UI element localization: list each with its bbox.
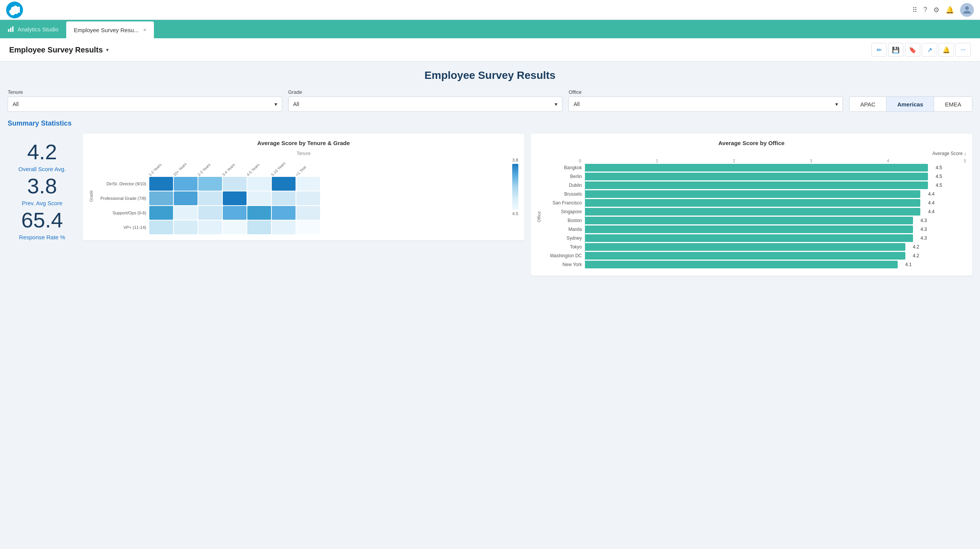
color-scale-bar xyxy=(512,164,518,210)
overall-score-label: Overall Score Avg. xyxy=(18,166,66,172)
bar-track-sf: 4.4 xyxy=(585,199,966,207)
grade-filter: Grade All ▾ xyxy=(288,89,563,112)
bar-value-manila: 4.3 xyxy=(920,227,927,232)
bar-value-singapore: 4.4 xyxy=(928,209,934,214)
cell-1-3 xyxy=(223,191,247,205)
cell-2-6 xyxy=(296,206,320,220)
cell-2-0 xyxy=(149,206,173,220)
row-label-1: Professional Grade (7/8) xyxy=(95,196,149,201)
bar-fill-brussels xyxy=(585,190,920,198)
bar-chart-title: Average Score by Office xyxy=(537,140,966,146)
share-button[interactable]: ↗ xyxy=(922,43,937,57)
bar-value-berlin: 4.5 xyxy=(936,174,942,179)
bar-track-boston: 4.3 xyxy=(585,217,966,224)
dashboard-header: Employee Survey Results ▾ ✏ 💾 🔖 ↗ 🔔 ··· xyxy=(0,38,980,62)
edit-button[interactable]: ✏ xyxy=(871,43,887,57)
bar-fill-manila xyxy=(585,225,913,233)
bell-icon[interactable]: 🔔 xyxy=(946,6,954,14)
tenure-select[interactable]: All ▾ xyxy=(8,96,282,112)
cell-3-4 xyxy=(247,221,271,234)
cell-2-4 xyxy=(247,206,271,220)
salesforce-logo[interactable] xyxy=(6,2,23,18)
nav-right: ⠿ ? ⚙ 🔔 xyxy=(912,3,974,17)
bar-axis-title-row: Average Score ↓ xyxy=(537,151,966,156)
title-group: Employee Survey Results ▾ xyxy=(9,46,109,54)
office-select[interactable]: All ▾ xyxy=(568,96,843,112)
bar-row-washington-dc: Washington DC 4.2 xyxy=(543,252,966,260)
response-rate-label: Response Rate % xyxy=(19,234,65,240)
response-rate-value: 65.4 xyxy=(21,209,63,231)
cell-0-6 xyxy=(296,177,320,191)
cell-0-0 xyxy=(149,177,173,191)
bar-row-bangkok: Bangkok 4.5 xyxy=(543,164,966,172)
bar-row-san-francisco: San Francisco 4.4 xyxy=(543,199,966,207)
tab-bar: Analytics Studio Employee Survey Resu...… xyxy=(0,20,980,38)
tab-analytics-studio[interactable]: Analytics Studio xyxy=(0,20,66,38)
bar-row-tokyo: Tokyo 4.2 xyxy=(543,243,966,251)
bar-label-boston: Boston xyxy=(543,218,585,223)
more-button[interactable]: ··· xyxy=(956,43,971,57)
bar-value-sydney: 4.3 xyxy=(920,235,927,241)
bar-track-singapore: 4.4 xyxy=(585,208,966,216)
bookmark-button[interactable]: 🔖 xyxy=(905,43,920,57)
bar-value-dublin: 4.5 xyxy=(936,183,942,188)
heatmap-row-2: Support/Ops (0-6) xyxy=(95,206,509,220)
grade-select[interactable]: All ▾ xyxy=(288,96,563,112)
cell-0-5 xyxy=(272,177,296,191)
prev-score-value: 3.8 xyxy=(27,175,57,197)
apac-button[interactable]: APAC xyxy=(849,97,887,111)
cell-3-3 xyxy=(223,221,247,234)
stat-column: 4.2 Overall Score Avg. 3.8 Prev. Avg Sco… xyxy=(8,134,77,248)
title-dropdown-arrow[interactable]: ▾ xyxy=(106,47,109,53)
bar-track-dublin: 4.5 xyxy=(585,181,966,189)
bar-label-singapore: Singapore xyxy=(543,209,585,214)
bar-track-manila: 4.3 xyxy=(585,225,966,233)
office-filter: Office All ▾ xyxy=(568,89,843,112)
bar-row-berlin: Berlin 4.5 xyxy=(543,173,966,180)
tab-close-btn[interactable]: × xyxy=(143,27,146,33)
bar-row-new-york: New York 4.1 xyxy=(543,261,966,268)
heatmap-title: Average Score by Tenure & Grade xyxy=(89,140,518,146)
tab-employee-survey[interactable]: Employee Survey Resu... × xyxy=(66,21,154,38)
save-button[interactable]: 💾 xyxy=(888,43,903,57)
tenure-label: Tenure xyxy=(8,89,282,95)
bar-fill-sydney xyxy=(585,234,913,242)
summary-title: Summary Statistics xyxy=(8,119,972,127)
bar-chart-body: Office Bangkok 4.5 Berlin xyxy=(537,164,966,270)
content-grid: 4.2 Overall Score Avg. 3.8 Prev. Avg Sco… xyxy=(8,134,972,276)
bar-chart: Average Score by Office Average Score ↓ … xyxy=(531,134,972,276)
bar-row-brussels: Brussels 4.4 xyxy=(543,190,966,198)
grid-icon[interactable]: ⠿ xyxy=(912,6,917,14)
bar-label-new-york: New York xyxy=(543,262,585,267)
bar-value-sf: 4.4 xyxy=(928,200,934,206)
summary-section: Summary Statistics 4.2 Overall Score Avg… xyxy=(8,119,972,276)
bar-fill-tokyo xyxy=(585,243,905,251)
settings-icon[interactable]: ⚙ xyxy=(933,6,939,14)
bar-track-ny: 4.1 xyxy=(585,261,966,268)
emea-button[interactable]: EMEA xyxy=(934,97,972,111)
bar-x-axis-label: Average Score ↓ xyxy=(933,151,967,156)
filters-row: Tenure All ▾ Grade All ▾ Office All ▾ AP… xyxy=(8,89,972,112)
user-avatar[interactable] xyxy=(960,3,974,17)
americas-button[interactable]: Americas xyxy=(887,97,934,111)
bar-fill-singapore xyxy=(585,208,920,216)
bar-fill-ny xyxy=(585,261,898,268)
analytics-studio-label: Analytics Studio xyxy=(18,26,59,33)
bar-label-sydney: Sydney xyxy=(543,235,585,241)
bar-value-ny: 4.1 xyxy=(905,262,912,267)
bar-fill-berlin xyxy=(585,173,928,180)
cell-3-1 xyxy=(174,221,198,234)
heatmap-grid: Dir/Sr. Director (9/10) Professiona xyxy=(95,177,509,234)
bar-row-manila: Manila 4.3 xyxy=(543,225,966,233)
notify-button[interactable]: 🔔 xyxy=(939,43,954,57)
region-buttons: APAC Americas EMEA xyxy=(849,96,972,112)
svg-rect-2 xyxy=(12,26,14,32)
bar-row-singapore: Singapore 4.4 xyxy=(543,208,966,216)
bar-fill-boston xyxy=(585,217,913,224)
bar-row-dublin: Dublin 4.5 xyxy=(543,181,966,189)
scale-max-label: 3.8 xyxy=(512,158,518,162)
help-icon[interactable]: ? xyxy=(923,6,927,14)
tenure-filter: Tenure All ▾ xyxy=(8,89,282,112)
main-dashboard-title: Employee Survey Results xyxy=(8,69,972,82)
heatmap-outer: Grade 1-2 Years 10+ Years 2-3 Years 3-4 … xyxy=(89,158,518,234)
